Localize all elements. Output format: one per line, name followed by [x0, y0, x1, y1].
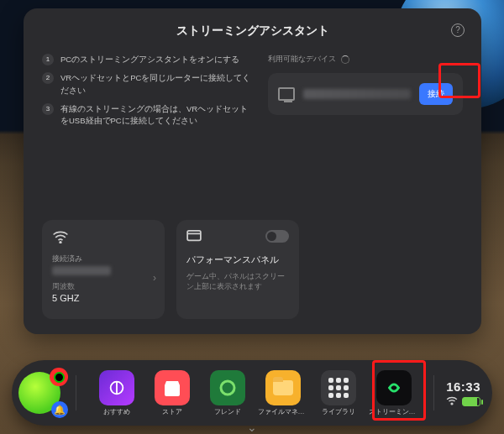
wifi-icon: [52, 230, 69, 243]
panel-icon: [186, 230, 202, 242]
monitor-icon: [278, 87, 295, 101]
highlight-streaming-app: [372, 360, 426, 421]
step-1: 1PCのストリーミングアシスタントをオンにする: [42, 54, 253, 65]
performance-toggle[interactable]: [265, 230, 289, 243]
svg-point-0: [60, 242, 61, 243]
step-2: 2VRヘッドセットとPCを同じルーターに接続してください: [42, 72, 253, 97]
chevron-down-icon[interactable]: ⌄: [247, 421, 257, 434]
divider: [433, 375, 434, 410]
folder-icon: [265, 370, 301, 405]
chevron-right-icon: ›: [153, 272, 156, 284]
profile-cluster[interactable]: 🔔: [18, 369, 67, 417]
wifi-status-label: 接続済み: [52, 254, 155, 264]
bell-icon: 🔔: [54, 405, 66, 416]
recommended-icon: [99, 370, 134, 405]
panel-title: ストリーミングアシスタント: [42, 24, 463, 39]
wifi-card[interactable]: 接続済み › 周波数 5 GHZ: [42, 220, 165, 319]
help-icon[interactable]: ?: [451, 24, 465, 37]
highlight-connect: [438, 63, 480, 98]
performance-panel-card: パフォーマンスパネル ゲーム中、パネルはスクリーン上部に表示されます: [176, 220, 299, 319]
svg-rect-1: [187, 231, 201, 240]
library-icon: [321, 370, 356, 405]
clock: 16:33: [446, 379, 480, 394]
store-icon: [155, 370, 190, 405]
friends-icon: [210, 370, 245, 405]
app-library[interactable]: ライブラリ: [312, 370, 365, 416]
step-3: 3有線のストリーミングの場合は、VRヘッドセットをUSB経由でPCに接続してくだ…: [42, 103, 253, 128]
status-badge-icon[interactable]: [50, 368, 68, 386]
loading-spinner-icon: [341, 55, 349, 64]
divider: [76, 375, 76, 410]
setup-steps: 1PCのストリーミングアシスタントをオンにする 2VRヘッドセットとPCを同じル…: [42, 54, 253, 133]
device-row[interactable]: 接続: [268, 73, 463, 115]
performance-title: パフォーマンスパネル: [186, 254, 289, 266]
wifi-freq-value: 5 GHZ: [52, 293, 155, 303]
wifi-freq-label: 周波数: [52, 282, 155, 292]
svg-point-4: [221, 381, 234, 395]
available-devices-label: 利用可能なデバイス: [268, 54, 463, 65]
streaming-assistant-panel: ストリーミングアシスタント ? 1PCのストリーミングアシスタントをオンにする …: [24, 8, 481, 334]
app-friends[interactable]: フレンド: [202, 370, 254, 416]
app-filemanager[interactable]: ファイルマネー…: [257, 370, 309, 416]
svg-point-5: [451, 403, 453, 405]
performance-desc: ゲーム中、パネルはスクリーン上部に表示されます: [186, 271, 289, 292]
notification-badge[interactable]: 🔔: [51, 401, 68, 418]
wifi-ssid-redacted: [52, 266, 111, 275]
app-store[interactable]: ストア: [146, 370, 198, 416]
wifi-mini-icon: [446, 396, 458, 407]
battery-icon: [462, 397, 480, 406]
status-area[interactable]: 16:33: [446, 379, 480, 407]
app-recommended[interactable]: おすすめ: [91, 370, 143, 416]
device-name-redacted: [303, 89, 411, 99]
